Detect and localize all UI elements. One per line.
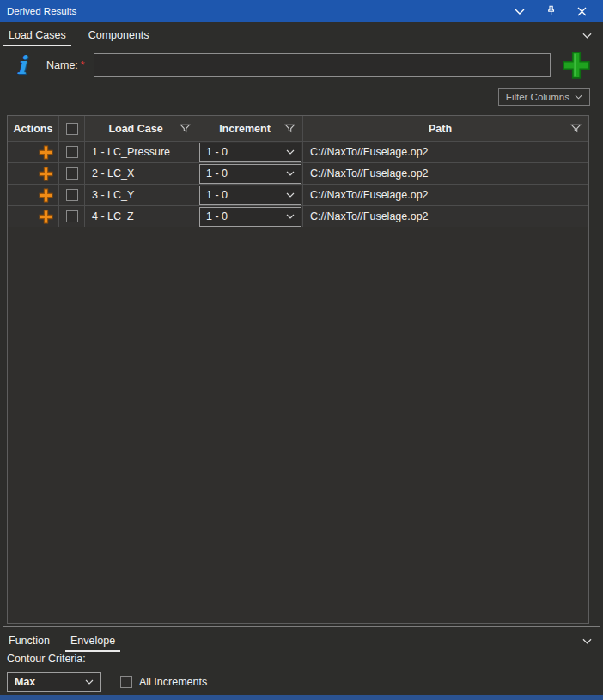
path-cell: C://NaxTo//Fuselage.op2: [303, 142, 588, 162]
filter-funnel-icon[interactable]: [180, 123, 191, 134]
chevron-down-icon: [286, 214, 295, 219]
header-load-case: Load Case: [85, 116, 198, 141]
orange-plus-icon[interactable]: [39, 210, 53, 224]
select-cell: [59, 206, 85, 227]
tab-components[interactable]: Components: [87, 25, 151, 46]
actions-cell: [8, 163, 59, 184]
add-button[interactable]: [559, 49, 594, 82]
increment-dropdown[interactable]: 1 - 0: [199, 143, 302, 162]
select-cell: [59, 142, 85, 162]
close-icon[interactable]: [572, 3, 591, 19]
filter-funnel-icon[interactable]: [570, 123, 582, 134]
orange-plus-icon[interactable]: [39, 167, 53, 181]
header-path-label: Path: [310, 123, 570, 135]
bottom-controls: Max All Increments: [7, 672, 596, 692]
increment-cell: 1 - 0: [198, 163, 303, 184]
increment-dropdown[interactable]: 1 - 0: [199, 164, 302, 184]
top-tabstrip: Load Cases Components: [0, 22, 603, 48]
row-checkbox[interactable]: [66, 146, 78, 158]
filter-row: Filter Columns: [498, 88, 590, 106]
increment-dropdown[interactable]: 1 - 0: [199, 186, 302, 205]
add-plus-icon: [561, 50, 592, 81]
orange-plus-icon[interactable]: [39, 188, 53, 203]
table-row: 3 - LC_Y 1 - 0 C://NaxTo//Fuselage.op2: [8, 184, 588, 205]
actions-cell: [8, 206, 59, 227]
all-increments-checkbox[interactable]: [120, 676, 132, 688]
increment-value: 1 - 0: [206, 167, 228, 180]
required-asterisk: *: [81, 59, 85, 71]
header-select-all: [59, 116, 85, 141]
derived-results-panel: Derived Results Load Cases Components i: [0, 0, 603, 700]
collapse-chevron-icon[interactable]: [577, 27, 596, 43]
name-row: i Name: *: [0, 48, 603, 82]
row-checkbox[interactable]: [66, 189, 78, 201]
header-path: Path: [303, 116, 588, 141]
chevron-down-icon[interactable]: [510, 3, 529, 19]
filter-columns-button[interactable]: Filter Columns: [498, 88, 590, 106]
select-cell: [59, 163, 85, 184]
bottom-tabstrip: Function Envelope: [0, 630, 603, 652]
load-case-cell: 2 - LC_X: [85, 163, 198, 184]
increment-cell: 1 - 0: [198, 206, 303, 227]
row-checkbox[interactable]: [66, 210, 78, 222]
name-input[interactable]: [94, 53, 551, 77]
table-row: 4 - LC_Z 1 - 0 C://NaxTo//Fuselage.op2: [8, 205, 588, 227]
increment-value: 1 - 0: [206, 189, 228, 201]
chevron-down-icon: [286, 171, 295, 176]
load-case-cell: 3 - LC_Y: [85, 185, 198, 205]
increment-dropdown[interactable]: 1 - 0: [199, 207, 302, 227]
tab-envelope[interactable]: Envelope: [69, 630, 117, 652]
load-case-cell: 4 - LC_Z: [85, 206, 198, 227]
horizontal-divider: [3, 626, 600, 627]
chevron-down-icon: [85, 679, 94, 685]
chevron-down-icon: [286, 192, 295, 198]
increment-cell: 1 - 0: [198, 142, 303, 162]
increment-value: 1 - 0: [206, 210, 228, 222]
filter-funnel-icon[interactable]: [284, 123, 295, 134]
select-all-checkbox[interactable]: [66, 123, 78, 135]
table-row: 2 - LC_X 1 - 0 C://NaxTo//Fuselage.op2: [8, 162, 588, 184]
all-increments-label: All Increments: [139, 676, 207, 688]
header-actions: Actions: [8, 116, 59, 141]
pin-icon[interactable]: [541, 3, 560, 19]
header-load-case-label: Load Case: [92, 123, 180, 135]
info-icon: i: [10, 52, 33, 78]
row-checkbox[interactable]: [66, 167, 78, 180]
contour-criteria-dropdown[interactable]: Max: [7, 672, 101, 692]
collapse-chevron-icon[interactable]: [577, 633, 596, 648]
bottom-accent-strip: [0, 695, 603, 700]
table-header-row: Actions Load Case Increment Path: [8, 116, 588, 141]
orange-plus-icon[interactable]: [39, 145, 53, 160]
header-increment-label: Increment: [205, 123, 284, 135]
path-cell: C://NaxTo//Fuselage.op2: [303, 206, 588, 227]
path-cell: C://NaxTo//Fuselage.op2: [303, 163, 588, 184]
load-cases-table: Actions Load Case Increment Path: [7, 115, 589, 624]
all-increments-group: All Increments: [120, 676, 207, 688]
table-row: 1 - LC_Pressure 1 - 0 C://NaxTo//Fuselag…: [8, 141, 588, 162]
chevron-down-icon: [286, 149, 295, 155]
tab-function[interactable]: Function: [7, 630, 52, 652]
load-case-cell: 1 - LC_Pressure: [85, 142, 198, 162]
increment-value: 1 - 0: [206, 146, 228, 158]
titlebar: Derived Results: [0, 0, 603, 22]
actions-cell: [8, 142, 59, 162]
contour-criteria-value: Max: [15, 676, 35, 688]
chevron-down-icon: [575, 94, 582, 100]
window-title: Derived Results: [7, 6, 76, 16]
select-cell: [59, 185, 85, 205]
increment-cell: 1 - 0: [198, 185, 303, 205]
titlebar-icons: [510, 3, 596, 19]
header-increment: Increment: [198, 116, 303, 141]
contour-criteria-label: Contour Criteria:: [7, 653, 86, 665]
actions-cell: [8, 185, 59, 205]
filter-columns-label: Filter Columns: [506, 92, 570, 102]
tab-load-cases[interactable]: Load Cases: [7, 25, 68, 46]
path-cell: C://NaxTo//Fuselage.op2: [303, 185, 588, 205]
name-label: Name:: [46, 59, 78, 71]
